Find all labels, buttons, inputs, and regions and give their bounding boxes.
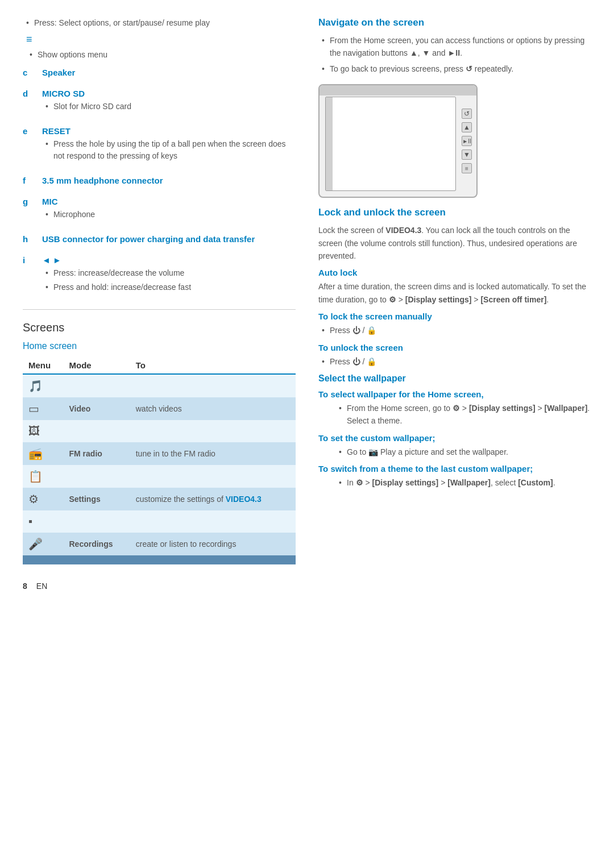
to-cell-1 bbox=[130, 374, 296, 397]
device-side-buttons: ↺ ▲ ►II ▼ ≡ bbox=[462, 109, 472, 173]
to-cell-settings: customize the settings of VIDEO4.3 bbox=[130, 488, 296, 510]
item-d-bullet1: Slot for Micro SD card bbox=[42, 101, 296, 113]
col-mode: Mode bbox=[64, 357, 130, 374]
home-screen-title: Home screen bbox=[23, 341, 296, 351]
lock-body-text: Lock the screen of VIDEO4.3. You can loc… bbox=[318, 224, 591, 262]
screens-title: Screens bbox=[23, 321, 296, 334]
divider1 bbox=[23, 309, 296, 310]
left-column: Press: Select options, or start/pause/ r… bbox=[23, 17, 296, 564]
item-d: d MICRO SD Slot for Micro SD card bbox=[23, 89, 296, 117]
btn-up-icon: ▲ bbox=[462, 122, 472, 132]
switch-wallpaper-heading: To switch from a theme to the last custo… bbox=[318, 464, 591, 474]
to-cell-video: watch videos bbox=[130, 397, 296, 420]
item-e: e RESET Press the hole by using the tip … bbox=[23, 126, 296, 167]
to-cell-5 bbox=[130, 465, 296, 488]
mode-cell-settings: Settings bbox=[64, 488, 130, 510]
menu-icon: ≡ bbox=[26, 34, 296, 45]
wallpaper-home-heading: To select wallpaper for the Home screen, bbox=[318, 389, 591, 399]
item-d-bullets: Slot for Micro SD card bbox=[42, 101, 296, 113]
mode-cell-recordings: Recordings bbox=[64, 533, 130, 555]
item-i: i ◄ ► Press: increase/decrease the volum… bbox=[23, 255, 296, 298]
menu-icon-fm: 📻 bbox=[23, 442, 64, 465]
item-i-content: ◄ ► Press: increase/decrease the volume … bbox=[42, 255, 296, 298]
page-lang: EN bbox=[36, 582, 47, 591]
page-footer: 8 EN bbox=[23, 582, 591, 591]
menu-icon-recordings: 🎤 bbox=[23, 533, 64, 555]
item-e-bullet1: Press the hole by using the tip of a bal… bbox=[42, 138, 296, 162]
show-options-item: Show options menu bbox=[26, 49, 296, 61]
wallpaper-home-bullet1: From the Home screen, go to ⚙ > [Display… bbox=[335, 402, 591, 427]
bullet-press: Press: Select options, or start/pause/ r… bbox=[23, 17, 296, 29]
item-i-bullet1: Press: increase/decrease the volume bbox=[42, 267, 296, 279]
item-h: h USB connector for power charging and d… bbox=[23, 234, 296, 246]
unlock-bullet1: Press ⏻ / 🔒 bbox=[318, 355, 591, 368]
menu-icon-blank: ▪ bbox=[23, 510, 64, 533]
table-row: 📋 bbox=[23, 465, 296, 488]
btn-menu-icon: ≡ bbox=[462, 163, 472, 173]
item-d-title: MICRO SD bbox=[42, 89, 296, 98]
mode-cell-fm: FM radio bbox=[64, 442, 130, 465]
mode-cell-1 bbox=[64, 374, 130, 397]
mode-cell-3 bbox=[64, 420, 130, 442]
device-screen bbox=[325, 97, 456, 191]
mode-cell-video: Video bbox=[64, 397, 130, 420]
wallpaper-main-heading: Select the wallpaper bbox=[318, 373, 591, 384]
lock-manually-bullets: Press ⏻ / 🔒 bbox=[318, 324, 591, 337]
item-g-content: MIC Microphone bbox=[42, 197, 296, 225]
item-e-label: e bbox=[23, 126, 33, 136]
item-i-bullet2: Press and hold: increase/decrease fast bbox=[42, 281, 296, 293]
to-cell-fm: tune in to the FM radio bbox=[130, 442, 296, 465]
table-row: ⚙ Settings customize the settings of VID… bbox=[23, 488, 296, 510]
page-number: 8 bbox=[23, 582, 27, 591]
item-g-label: g bbox=[23, 197, 33, 206]
autolock-body: After a time duration, the screen dims a… bbox=[318, 280, 591, 306]
col-to: To bbox=[130, 357, 296, 374]
to-cell-7 bbox=[130, 510, 296, 533]
to-cell-9 bbox=[130, 555, 296, 564]
switch-wallpaper-bullets: In ⚙ > [Display settings] > [Wallpaper],… bbox=[335, 476, 591, 489]
item-e-bullets: Press the hole by using the tip of a bal… bbox=[42, 138, 296, 162]
item-c: c Speaker bbox=[23, 68, 296, 80]
mode-cell-7 bbox=[64, 510, 130, 533]
item-c-title: Speaker bbox=[42, 68, 296, 77]
table-row: 🖼 bbox=[23, 420, 296, 442]
custom-wallpaper-bullet1: Go to 📷 Play a picture and set the wallp… bbox=[335, 446, 591, 458]
show-options-list: Show options menu bbox=[26, 49, 296, 61]
table-row: 📻 FM radio tune in to the FM radio bbox=[23, 442, 296, 465]
item-g-title: MIC bbox=[42, 197, 296, 206]
navigate-heading: Navigate on the screen bbox=[318, 17, 591, 28]
item-c-content: Speaker bbox=[42, 68, 296, 80]
menu-icon-settings: ⚙ bbox=[23, 488, 64, 510]
item-f-content: 3.5 mm headphone connector bbox=[42, 176, 296, 188]
item-i-title: ◄ ► bbox=[42, 255, 296, 265]
table-header-row: Menu Mode To bbox=[23, 357, 296, 374]
table-row: ▭ Video watch videos bbox=[23, 397, 296, 420]
col-menu: Menu bbox=[23, 357, 64, 374]
lock-manually-bullet1: Press ⏻ / 🔒 bbox=[318, 324, 591, 337]
to-cell-3 bbox=[130, 420, 296, 442]
custom-wallpaper-heading: To set the custom wallpaper; bbox=[318, 433, 591, 443]
screens-section: Screens Home screen Menu Mode To 🎵 bbox=[23, 321, 296, 564]
unlock-heading: To unlock the screen bbox=[318, 343, 591, 352]
to-cell-recordings: create or listen to recordings bbox=[130, 533, 296, 555]
device-illustration: PHILIPS ↺ ▲ ►II ▼ ≡ bbox=[318, 84, 478, 198]
table-row: 🎵 bbox=[23, 374, 296, 397]
right-column: Navigate on the screen From the Home scr… bbox=[318, 17, 591, 564]
lock-manually-heading: To lock the screen manually bbox=[318, 312, 591, 321]
navigate-bullets: From the Home screen, you can access fun… bbox=[318, 34, 591, 75]
table-row bbox=[23, 555, 296, 564]
home-screen-table: Menu Mode To 🎵 ▭ Video bbox=[23, 357, 296, 564]
btn-play-icon: ►II bbox=[462, 136, 472, 146]
switch-wallpaper-bullet1: In ⚙ > [Display settings] > [Wallpaper],… bbox=[335, 476, 591, 489]
item-f-label: f bbox=[23, 176, 33, 185]
item-h-label: h bbox=[23, 234, 33, 244]
navigate-bullet2: To go back to previous screens, press ↺ … bbox=[318, 63, 591, 75]
top-bullet-list: Press: Select options, or start/pause/ r… bbox=[23, 17, 296, 29]
unlock-bullets: Press ⏻ / 🔒 bbox=[318, 355, 591, 368]
item-c-label: c bbox=[23, 68, 33, 77]
item-f: f 3.5 mm headphone connector bbox=[23, 176, 296, 188]
item-h-title: USB connector for power charging and dat… bbox=[42, 234, 296, 244]
mode-cell-9 bbox=[64, 555, 130, 564]
wallpaper-home-bullets: From the Home screen, go to ⚙ > [Display… bbox=[335, 402, 591, 427]
btn-back-icon: ↺ bbox=[462, 109, 472, 119]
